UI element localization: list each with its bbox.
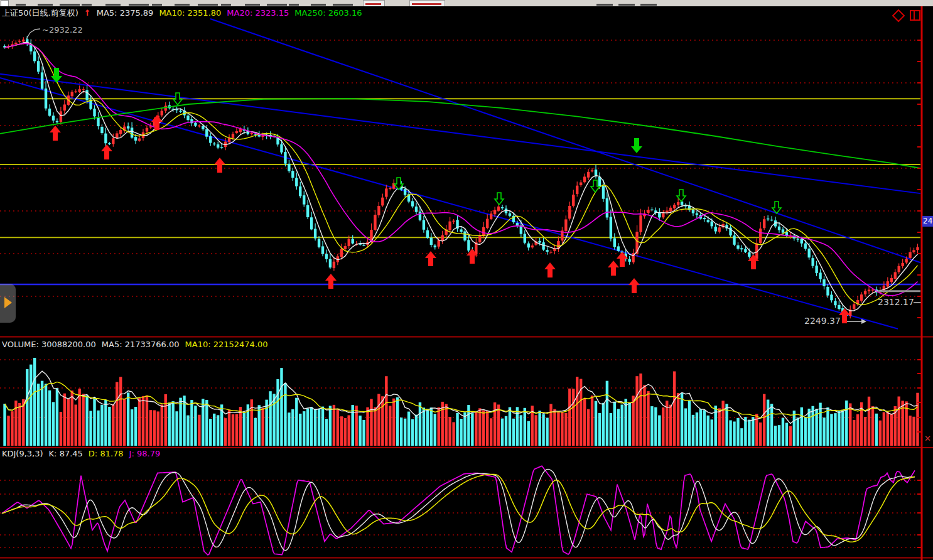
readout-item: MA10: 2351.80 bbox=[159, 8, 221, 18]
volume-bar bbox=[598, 413, 601, 446]
candle-body bbox=[288, 164, 290, 171]
volume-bar bbox=[407, 412, 410, 446]
volume-bar bbox=[276, 379, 279, 446]
volume-bar bbox=[912, 417, 915, 446]
volume-bar bbox=[138, 398, 141, 446]
volume-bar bbox=[767, 400, 769, 446]
sidebar-expander-handle[interactable] bbox=[0, 284, 16, 323]
candle-body bbox=[190, 119, 193, 123]
candle-body bbox=[280, 144, 283, 153]
chart-canvas[interactable] bbox=[0, 0, 933, 560]
candle-body bbox=[478, 235, 481, 242]
candle-body bbox=[202, 126, 204, 129]
candle-body bbox=[164, 105, 167, 110]
volume-bar bbox=[108, 407, 111, 446]
candle-body bbox=[291, 171, 294, 178]
volume-bar bbox=[340, 416, 343, 446]
volume-bar bbox=[381, 396, 384, 446]
split-window-icon[interactable] bbox=[910, 11, 920, 20]
volume-bar bbox=[291, 409, 294, 446]
volume-bar bbox=[228, 410, 230, 446]
candle-body bbox=[100, 127, 103, 133]
candle-body bbox=[303, 195, 305, 205]
volume-bar bbox=[217, 415, 219, 446]
volume-bar bbox=[463, 412, 466, 446]
volume-bar bbox=[883, 412, 885, 446]
candle-body bbox=[93, 109, 95, 116]
volume-bar bbox=[677, 393, 679, 446]
candle-body bbox=[613, 239, 616, 247]
volume-bar bbox=[164, 394, 167, 446]
candle-body bbox=[860, 294, 863, 301]
volume-bar bbox=[871, 406, 874, 446]
volume-bar bbox=[194, 406, 197, 446]
candle-body bbox=[411, 201, 414, 206]
volume-bar bbox=[632, 396, 634, 446]
volume-bar bbox=[763, 394, 765, 446]
candle-body bbox=[650, 210, 653, 210]
candle-body bbox=[718, 227, 720, 232]
candle-body bbox=[736, 245, 739, 249]
volume-bar bbox=[254, 418, 257, 446]
diamond-icon[interactable] bbox=[893, 10, 904, 21]
volume-bar bbox=[501, 419, 504, 446]
volume-bar bbox=[75, 405, 77, 446]
candle-body bbox=[161, 111, 163, 116]
volume-bar bbox=[856, 414, 859, 446]
volume-bar bbox=[310, 407, 313, 446]
volume-bar bbox=[333, 405, 335, 446]
volume-bar bbox=[131, 409, 133, 446]
candle-body bbox=[426, 230, 429, 238]
buy-arrow-icon bbox=[214, 158, 225, 173]
candle-body bbox=[310, 217, 313, 229]
buy-arrow-icon bbox=[608, 261, 619, 276]
volume-bar bbox=[232, 414, 234, 446]
buy-arrow-icon bbox=[50, 126, 61, 141]
close-icon[interactable]: ✕ bbox=[924, 434, 931, 443]
volume-bar bbox=[288, 412, 290, 446]
candle-body bbox=[580, 182, 582, 185]
volume-bar bbox=[875, 414, 878, 446]
candle-body bbox=[778, 227, 780, 230]
volume-bar bbox=[834, 413, 836, 446]
volume-bar bbox=[478, 408, 481, 446]
candle-body bbox=[546, 250, 548, 252]
volume-bar bbox=[344, 418, 347, 446]
candle-body bbox=[60, 111, 62, 122]
candle-body bbox=[284, 152, 286, 164]
candle-body bbox=[213, 144, 215, 144]
candle-body bbox=[467, 240, 470, 250]
candle-body bbox=[415, 207, 418, 212]
volume-bar bbox=[119, 377, 122, 446]
candle-body bbox=[362, 245, 365, 245]
candle-body bbox=[912, 250, 915, 252]
volume-bar bbox=[45, 384, 47, 446]
volume-bar bbox=[887, 412, 889, 446]
volume-bar bbox=[396, 397, 399, 446]
candle-body bbox=[894, 272, 897, 279]
candle-body bbox=[75, 91, 77, 92]
volume-bar bbox=[658, 416, 661, 446]
readout-item: MA5: 21733766.00 bbox=[102, 340, 180, 349]
volume-bar bbox=[7, 416, 9, 446]
volume-bar bbox=[568, 389, 571, 446]
candle-body bbox=[377, 206, 380, 215]
volume-bar bbox=[261, 408, 264, 446]
candle-body bbox=[45, 89, 47, 109]
up-arrow-icon: ↑ bbox=[84, 8, 91, 18]
volume-bar bbox=[63, 394, 66, 446]
candle-body bbox=[782, 229, 784, 232]
volume-bar bbox=[100, 405, 103, 446]
volume-bar bbox=[534, 415, 537, 446]
volume-bar bbox=[826, 407, 829, 446]
volume-bar bbox=[711, 419, 713, 446]
readout-item: MA10: 22152474.00 bbox=[185, 340, 268, 349]
candle-body bbox=[647, 210, 649, 213]
volume-bar bbox=[595, 401, 597, 446]
candle-body bbox=[18, 41, 21, 41]
candle-body bbox=[807, 249, 810, 257]
volume-bar bbox=[864, 417, 866, 446]
volume-bar bbox=[426, 409, 429, 446]
volume-bar bbox=[774, 426, 777, 446]
volume-bar bbox=[299, 414, 301, 446]
